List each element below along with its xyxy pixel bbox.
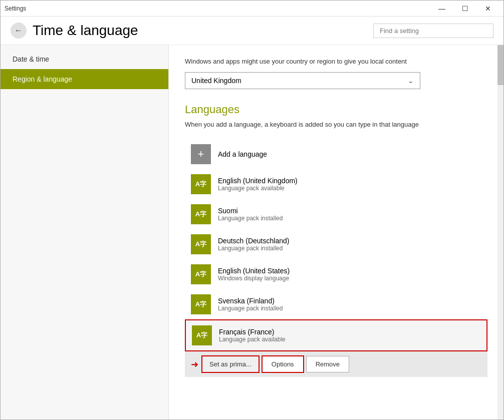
language-name: Suomi xyxy=(218,207,283,215)
back-button[interactable]: ← xyxy=(11,23,27,39)
language-status: Language pack available xyxy=(219,336,286,343)
sidebar-item-region-language[interactable]: Region & language xyxy=(1,69,168,89)
list-item[interactable]: A字 Deutsch (Deutschland) Language pack i… xyxy=(185,229,487,259)
content-area: Date & time Region & language Windows an… xyxy=(1,45,503,419)
add-language-item[interactable]: + Add a language xyxy=(185,139,487,169)
language-name: English (United States) xyxy=(218,267,290,275)
language-status: Language pack installed xyxy=(218,215,283,222)
country-selected: United Kingdom xyxy=(191,77,241,85)
language-name: English (United Kingdom) xyxy=(218,177,298,185)
arrow-indicator-icon: ➜ xyxy=(191,359,198,370)
list-item[interactable]: A字 English (United Kingdom) Language pac… xyxy=(185,169,487,199)
language-icon: A字 xyxy=(191,174,211,194)
remove-button[interactable]: Remove xyxy=(306,356,349,372)
sidebar-item-label: Region & language xyxy=(13,75,72,83)
language-status: Language pack installed xyxy=(218,245,289,252)
language-list: + Add a language A字 English (United King… xyxy=(185,139,487,377)
maximize-button[interactable]: ☐ xyxy=(453,1,476,17)
region-description: Windows and apps might use your country … xyxy=(185,57,425,66)
list-item[interactable]: A字 English (United States) Windows displ… xyxy=(185,259,487,289)
language-status: Language pack installed xyxy=(218,305,283,312)
scrollbar-track[interactable] xyxy=(497,45,503,419)
add-language-icon: + xyxy=(191,144,211,164)
languages-description: When you add a language, a keyboard is a… xyxy=(185,120,425,129)
language-icon: A字 xyxy=(192,325,212,345)
sidebar: Date & time Region & language xyxy=(1,45,169,419)
search-input[interactable] xyxy=(373,24,493,38)
add-language-label: Add a language xyxy=(218,150,267,158)
minimize-button[interactable]: — xyxy=(430,1,453,17)
scrollbar-thumb[interactable] xyxy=(497,45,503,85)
list-item[interactable]: A字 Svenska (Finland) Language pack insta… xyxy=(185,289,487,319)
main-content: Windows and apps might use your country … xyxy=(169,45,503,419)
close-button[interactable]: ✕ xyxy=(476,1,499,17)
title-bar: Settings — ☐ ✕ xyxy=(1,1,503,17)
set-primary-button[interactable]: Set as prima... xyxy=(201,355,260,373)
language-name: Deutsch (Deutschland) xyxy=(218,237,289,245)
language-icon: A字 xyxy=(191,204,211,224)
country-dropdown[interactable]: United Kingdom ⌄ xyxy=(185,72,420,89)
title-bar-controls: — ☐ ✕ xyxy=(430,1,499,17)
languages-title: Languages xyxy=(185,103,487,116)
header-left: ← Time & language xyxy=(11,23,138,39)
language-status: Windows display language xyxy=(218,275,290,282)
sidebar-item-label: Date & time xyxy=(13,55,49,63)
language-icon: A字 xyxy=(191,234,211,254)
header-bar: ← Time & language xyxy=(1,17,503,45)
page-title: Time & language xyxy=(33,23,138,39)
francais-language-item[interactable]: A字 Français (France) Language pack avail… xyxy=(185,319,487,351)
language-status: Language pack available xyxy=(218,185,298,192)
list-item[interactable]: A字 Suomi Language pack installed xyxy=(185,199,487,229)
settings-window: Settings — ☐ ✕ ← Time & language Date & … xyxy=(0,0,504,420)
title-bar-left: Settings xyxy=(5,5,26,12)
language-icon: A字 xyxy=(191,294,211,314)
language-icon: A字 xyxy=(191,264,211,284)
language-name: Français (France) xyxy=(219,328,286,336)
dropdown-arrow-icon: ⌄ xyxy=(408,77,414,85)
window-title: Settings xyxy=(5,5,26,12)
action-bar: ➜ Set as prima... Options Remove xyxy=(185,351,487,377)
language-name: Svenska (Finland) xyxy=(218,297,283,305)
options-button[interactable]: Options xyxy=(262,355,304,373)
sidebar-item-date-time[interactable]: Date & time xyxy=(1,49,168,69)
